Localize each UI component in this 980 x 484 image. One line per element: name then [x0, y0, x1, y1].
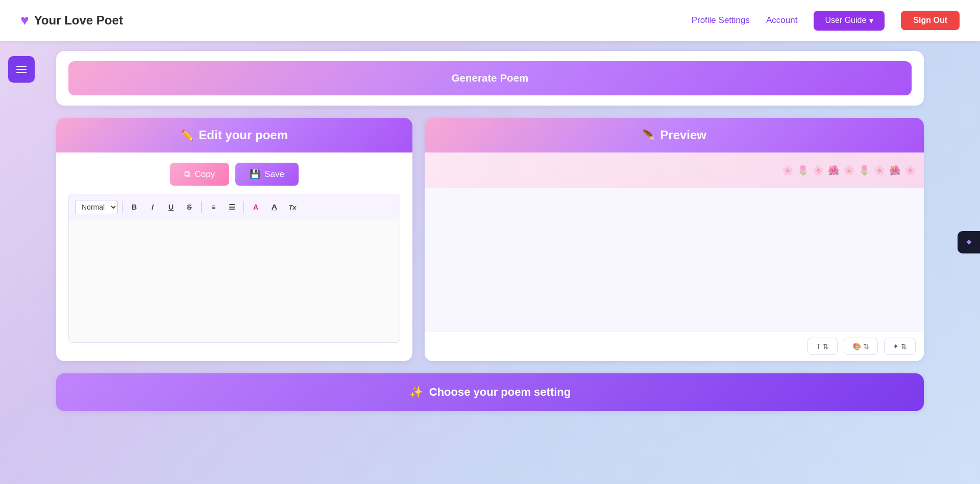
generate-poem-button[interactable]: Generate Poem: [68, 61, 912, 95]
clear-format-button[interactable]: Tx: [285, 199, 300, 215]
pencil-icon: ✏️: [181, 129, 193, 141]
ordered-list-button[interactable]: ≡: [206, 199, 221, 215]
preview-panel-title: Preview: [660, 128, 706, 142]
logo-heart-icon: ♥: [20, 12, 29, 29]
bold-button[interactable]: B: [127, 199, 142, 215]
flower-icon-9: 🌸: [904, 165, 916, 176]
logo-text: Your Love Poet: [34, 13, 123, 28]
sidebar-toggle-button[interactable]: [8, 56, 35, 83]
preview-panel-body: 🌸 🌷 🌸 🌺 🌸 🌷 🌸 🌺 🌸: [425, 152, 924, 331]
header-nav: Profile Settings Account User Guide ▾ Si…: [692, 11, 960, 31]
editor-toolbar: Normal B I U S ≡ ☰ A A̲ Tx: [68, 194, 400, 220]
highlight-button[interactable]: A̲: [266, 199, 282, 215]
toolbar-separator-1: [122, 201, 122, 213]
flower-icon-8: 🌺: [889, 165, 900, 176]
edit-panel-header: ✏️ Edit your poem: [56, 118, 412, 152]
profile-settings-link[interactable]: Profile Settings: [692, 15, 750, 26]
choose-setting-label: Choose your poem setting: [429, 386, 571, 399]
edit-panel-body: ⧉ Copy 💾 Save Normal B I U: [56, 152, 412, 353]
sparkle-chevron-icon: ⇅: [901, 342, 907, 350]
copy-button[interactable]: ⧉ Copy: [170, 163, 229, 186]
sparkle-float-icon: ✦: [965, 236, 973, 248]
strikethrough-button[interactable]: S: [182, 199, 197, 215]
edit-actions: ⧉ Copy 💾 Save: [68, 163, 400, 186]
font-icon: T: [816, 342, 821, 350]
flower-icon-6: 🌷: [859, 165, 870, 176]
font-chevron-icon: ⇅: [823, 342, 829, 350]
main-content: Generate Poem ✏️ Edit your poem ⧉ Copy 💾…: [0, 41, 980, 421]
sparkle-icon: ✦: [893, 342, 899, 350]
preview-content-area: [425, 188, 924, 331]
poem-editor[interactable]: [68, 220, 400, 343]
italic-button[interactable]: I: [145, 199, 160, 215]
account-link[interactable]: Account: [766, 15, 797, 26]
user-guide-button[interactable]: User Guide ▾: [814, 11, 885, 31]
flower-icon-1: 🌸: [782, 165, 793, 176]
font-size-button[interactable]: T ⇅: [807, 338, 838, 355]
sun-icon: ✨: [409, 386, 423, 399]
format-select[interactable]: Normal: [75, 200, 118, 214]
hamburger-icon: [16, 66, 27, 73]
panels-row: ✏️ Edit your poem ⧉ Copy 💾 Save: [56, 118, 924, 361]
preview-toolbar: T ⇅ 🎨 ⇅ ✦ ⇅: [425, 331, 924, 361]
copy-label: Copy: [194, 169, 215, 180]
header: ♥ Your Love Poet Profile Settings Accoun…: [0, 0, 980, 41]
toolbar-separator-2: [201, 201, 202, 213]
save-button[interactable]: 💾 Save: [235, 163, 299, 186]
flower-icon-5: 🌸: [843, 165, 854, 176]
toolbar-separator-3: [243, 201, 244, 213]
generate-poem-container: Generate Poem: [56, 51, 924, 106]
save-icon: 💾: [250, 169, 260, 180]
sign-out-button[interactable]: Sign Out: [901, 11, 960, 30]
sparkle-float-button[interactable]: ✦: [958, 231, 980, 253]
chevron-down-icon: ▾: [869, 16, 873, 26]
flower-icon-7: 🌸: [874, 165, 885, 176]
text-color-button[interactable]: A: [248, 199, 263, 215]
save-label: Save: [264, 169, 284, 180]
user-guide-label: User Guide: [825, 16, 866, 25]
flower-icon-4: 🌺: [828, 165, 839, 176]
palette-button[interactable]: 🎨 ⇅: [844, 338, 878, 355]
underline-button[interactable]: U: [163, 199, 179, 215]
edit-panel: ✏️ Edit your poem ⧉ Copy 💾 Save: [56, 118, 412, 361]
edit-panel-title: Edit your poem: [199, 128, 288, 142]
logo: ♥ Your Love Poet: [20, 12, 123, 29]
preview-panel-header: 🪶 Preview: [425, 118, 924, 152]
decoration-pattern: 🌸 🌷 🌸 🌺 🌸 🌷 🌸 🌺 🌸: [782, 165, 916, 176]
palette-chevron-icon: ⇅: [863, 342, 869, 350]
choose-poem-setting-button[interactable]: ✨ Choose your poem setting: [56, 373, 924, 411]
copy-icon: ⧉: [184, 169, 190, 180]
preview-decoration: 🌸 🌷 🌸 🌺 🌸 🌷 🌸 🌺 🌸: [425, 152, 924, 188]
flower-icon-2: 🌷: [797, 165, 808, 176]
flower-icon-3: 🌸: [813, 165, 824, 176]
palette-icon: 🎨: [852, 342, 861, 350]
sparkle-button[interactable]: ✦ ⇅: [884, 338, 916, 355]
feather-icon: 🪶: [642, 129, 655, 141]
preview-panel: 🪶 Preview 🌸 🌷 🌸 🌺 🌸 🌷 🌸 🌺 🌸: [425, 118, 924, 361]
unordered-list-button[interactable]: ☰: [224, 199, 239, 215]
